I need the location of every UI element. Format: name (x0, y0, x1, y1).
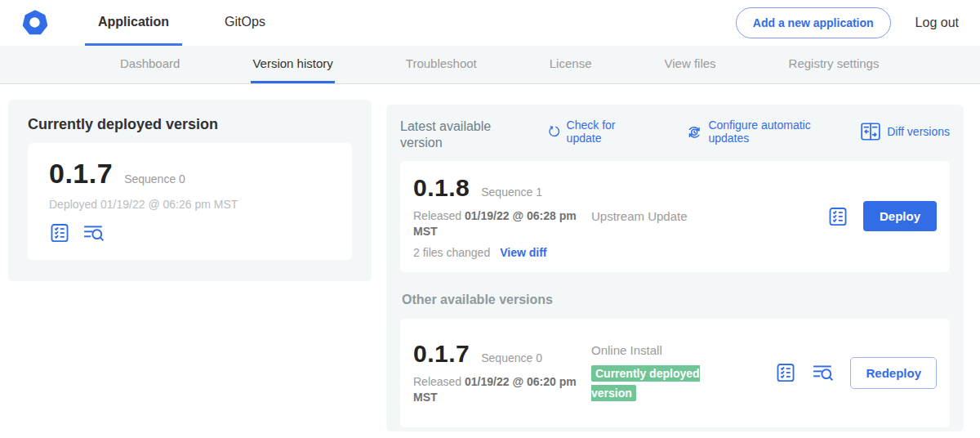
files-changed-label: 2 files changed (413, 246, 490, 259)
deployed-timestamp: Deployed 01/19/22 @ 06:26 pm MST (49, 198, 331, 211)
subnav-license[interactable]: License (548, 46, 594, 83)
tab-application[interactable]: Application (85, 0, 182, 46)
subnav-view-files[interactable]: View files (662, 46, 717, 83)
diff-versions-label: Diff versions (887, 125, 950, 138)
deployed-version-number: 0.1.7 (49, 158, 113, 190)
version-card-018: 0.1.8 Sequence 1 Released 01/19/22 @ 06:… (400, 161, 950, 272)
deploy-button[interactable]: Deploy (863, 201, 937, 231)
diff-icon (860, 122, 881, 141)
check-for-update-link[interactable]: Check for update (547, 118, 632, 145)
app-logo (21, 0, 49, 46)
redeploy-button[interactable]: Redeploy (850, 357, 937, 389)
currently-deployed-card: Currently deployed version 0.1.7 Sequenc… (8, 100, 372, 281)
available-versions-panel: Latest available version Check for updat… (386, 105, 964, 431)
currently-deployed-title: Currently deployed version (28, 116, 352, 133)
refresh-icon (547, 123, 561, 141)
currently-deployed-badge: Currently deployed version (591, 365, 700, 401)
preflight-checks-icon[interactable] (827, 206, 849, 227)
other-available-versions-title: Other available versions (402, 293, 950, 307)
subnav-version-history[interactable]: Version history (251, 46, 334, 83)
released-timestamp: Released 01/19/22 @ 06:20 pm MST (413, 374, 586, 405)
version-source-label: Online Install (591, 343, 775, 357)
version-card-017: 0.1.7 Sequence 0 Released 01/19/22 @ 06:… (400, 319, 950, 427)
subnav-registry-settings[interactable]: Registry settings (787, 46, 881, 83)
app-subnav: Dashboard Version history Troubleshoot L… (0, 46, 980, 84)
view-diff-link[interactable]: View diff (500, 246, 546, 259)
logout-link[interactable]: Log out (915, 16, 959, 30)
top-right-actions: Add a new application Log out (736, 0, 959, 46)
latest-available-title: Latest available version (400, 118, 505, 151)
version-number: 0.1.8 (413, 174, 470, 202)
preflight-checks-icon[interactable] (775, 362, 796, 383)
released-timestamp: Released 01/19/22 @ 06:28 pm MST (413, 208, 586, 239)
deployed-sequence: Sequence 0 (124, 172, 185, 185)
version-number: 0.1.7 (413, 340, 470, 368)
version-sequence: Sequence 1 (481, 185, 542, 199)
diff-versions-link[interactable]: Diff versions (860, 122, 950, 141)
deploy-logs-icon[interactable] (811, 362, 835, 383)
version-sequence: Sequence 0 (481, 351, 542, 364)
configure-automatic-updates-label: Configure automatic updates (708, 118, 838, 145)
deployed-version-card: 0.1.7 Sequence 0 Deployed 01/19/22 @ 06:… (28, 143, 352, 260)
subnav-dashboard[interactable]: Dashboard (118, 46, 181, 83)
configure-automatic-updates-link[interactable]: Configure automatic updates (686, 118, 838, 145)
main-content: Currently deployed version 0.1.7 Sequenc… (0, 84, 980, 437)
deploy-logs-icon[interactable] (82, 222, 106, 244)
tab-gitops[interactable]: GitOps (212, 0, 278, 46)
panel-header: Latest available version Check for updat… (400, 118, 950, 151)
preflight-checks-icon[interactable] (49, 222, 70, 244)
subnav-troubleshoot[interactable]: Troubleshoot (404, 46, 479, 83)
check-for-update-label: Check for update (567, 118, 632, 145)
kots-logo-icon (21, 9, 49, 37)
top-nav: Application GitOps Add a new application… (0, 0, 980, 46)
add-application-button[interactable]: Add a new application (736, 7, 891, 38)
top-tabs: Application GitOps (85, 0, 278, 46)
auto-update-clock-icon (686, 123, 702, 141)
version-source-label: Upstream Update (591, 209, 827, 223)
